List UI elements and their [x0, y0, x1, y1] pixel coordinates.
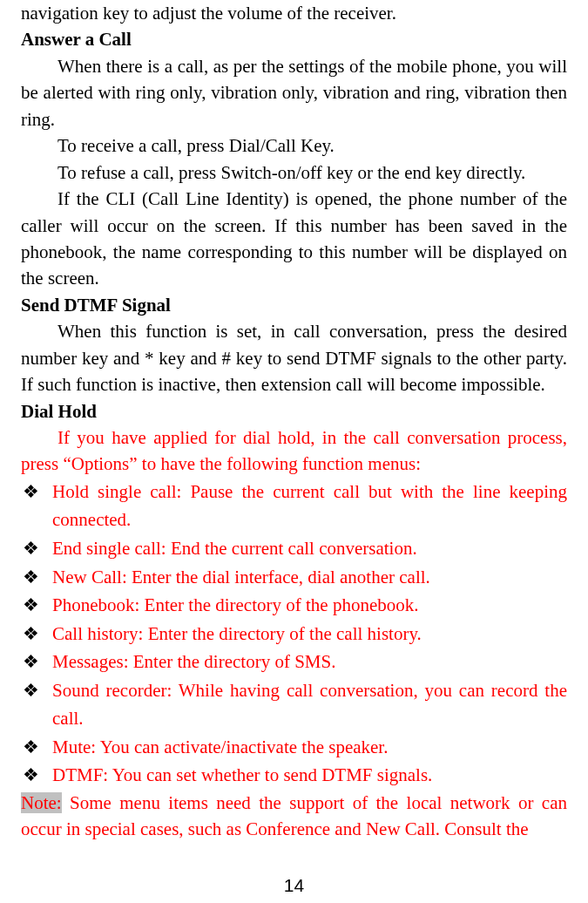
list-item-text: Sound recorder: While having call conver…	[52, 676, 567, 733]
list-item-text: New Call: Enter the dial interface, dial…	[52, 563, 567, 592]
diamond-bullet-icon: ❖	[21, 591, 52, 620]
note-text: Some menu items need the support of the …	[21, 792, 567, 839]
list-item: ❖ End single call: End the current call …	[21, 534, 567, 563]
list-item: ❖ Sound recorder: While having call conv…	[21, 676, 567, 733]
heading-send-dtmf-signal: Send DTMF Signal	[21, 292, 567, 318]
paragraph: When there is a call, as per the setting…	[21, 53, 567, 132]
paragraph: To receive a call, press Dial/Call Key.	[21, 132, 567, 159]
diamond-bullet-icon: ❖	[21, 648, 52, 676]
document-page: navigation key to adjust the volume of t…	[0, 0, 588, 903]
list-item-text: Call history: Enter the directory of the…	[52, 620, 567, 648]
list-item-text: Phonebook: Enter the directory of the ph…	[52, 591, 567, 620]
paragraph-red: If you have applied for dial hold, in th…	[21, 424, 567, 478]
list-item-text: DTMF: You can set whether to send DTMF s…	[52, 761, 567, 790]
list-item-text: Mute: You can activate/inactivate the sp…	[52, 733, 567, 762]
note-paragraph: Note: Some menu items need the support o…	[21, 790, 567, 843]
list-item: ❖ Hold single call: Pause the current ca…	[21, 478, 567, 534]
list-item: ❖ Mute: You can activate/inactivate the …	[21, 733, 567, 762]
paragraph: If the CLI (Call Line Identity) is opene…	[21, 186, 567, 292]
heading-dial-hold: Dial Hold	[21, 398, 567, 424]
partial-top-line: navigation key to adjust the volume of t…	[21, 0, 567, 26]
list-item: ❖ Messages: Enter the directory of SMS.	[21, 648, 567, 676]
list-item: ❖ New Call: Enter the dial interface, di…	[21, 563, 567, 592]
list-item-text: End single call: End the current call co…	[52, 534, 567, 563]
diamond-bullet-icon: ❖	[21, 534, 52, 563]
list-item-text: Hold single call: Pause the current call…	[52, 478, 567, 534]
diamond-bullet-icon: ❖	[21, 478, 52, 534]
list-item: ❖ Phonebook: Enter the directory of the …	[21, 591, 567, 620]
page-number: 14	[0, 875, 588, 896]
list-item-text: Messages: Enter the directory of SMS.	[52, 648, 567, 676]
diamond-bullet-icon: ❖	[21, 733, 52, 762]
options-list: ❖ Hold single call: Pause the current ca…	[21, 478, 567, 790]
diamond-bullet-icon: ❖	[21, 563, 52, 592]
list-item: ❖ DTMF: You can set whether to send DTMF…	[21, 761, 567, 790]
heading-answer-a-call: Answer a Call	[21, 26, 567, 52]
list-item: ❖ Call history: Enter the directory of t…	[21, 620, 567, 648]
paragraph: To refuse a call, press Switch-on/off ke…	[21, 160, 567, 186]
paragraph: When this function is set, in call conve…	[21, 318, 567, 397]
diamond-bullet-icon: ❖	[21, 620, 52, 648]
note-label: Note:	[21, 792, 62, 813]
diamond-bullet-icon: ❖	[21, 676, 52, 733]
diamond-bullet-icon: ❖	[21, 761, 52, 790]
